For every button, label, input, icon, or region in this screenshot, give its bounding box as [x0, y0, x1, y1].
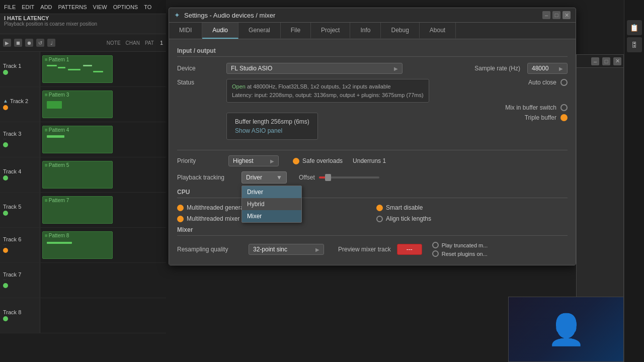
chevron-icon: ▶ [270, 158, 274, 164]
settings-content: Input / output Device FL Studio ASIO ▶ S… [169, 39, 576, 265]
mixer-button[interactable]: 🎛 [627, 37, 642, 52]
align-ticks-row: Align tick lengths [376, 215, 568, 222]
mix-buffer-radio[interactable] [560, 104, 568, 111]
track-5-label: Track 5 [0, 193, 40, 227]
table-row: Track 1 ≡ Pattern 1 [0, 52, 166, 87]
triple-buffer-radio[interactable] [560, 114, 568, 121]
track-6-label: Track 6 ··· [0, 228, 40, 262]
reset-plugins-radio[interactable] [432, 250, 439, 257]
tab-audio[interactable]: Audio [202, 23, 238, 39]
sample-rate-combo[interactable]: 48000 ▶ [527, 63, 568, 74]
tab-midi[interactable]: MIDI [169, 23, 202, 39]
settings-window: ✦ Settings - Audio devices / mixer – □ ✕… [169, 8, 576, 265]
tab-general[interactable]: General [238, 23, 281, 39]
metronome-button[interactable]: ♩ [47, 39, 55, 47]
safe-overloads-radio[interactable] [293, 158, 299, 164]
dropdown-item-hybrid[interactable]: Hybrid [242, 198, 301, 210]
menu-edit[interactable]: EDIT [22, 4, 34, 10]
buffer-box: Buffer length 256smp (6ms) Show ASIO pan… [226, 113, 318, 140]
chevron-right-icon: ▶ [559, 66, 563, 71]
channel-rack-button[interactable]: 📋 [627, 20, 642, 35]
pattern-block[interactable]: ≡ Pattern 7 [42, 196, 113, 224]
auto-close-radio[interactable] [560, 79, 568, 86]
track-3-knob[interactable] [3, 142, 8, 147]
minimize-button[interactable]: – [542, 11, 550, 19]
pattern-block[interactable]: ≡ Pattern 5 [42, 161, 113, 189]
status-detail: at 48000Hz, Float32LSB, 1x2 outputs, 1x2… [247, 83, 391, 89]
track-4-pattern: ≡ Pattern 5 [40, 157, 166, 192]
close-button[interactable]: ✕ [562, 11, 571, 19]
pattern-icon: ≡ [45, 233, 48, 238]
truncated-play-radio[interactable] [432, 242, 439, 248]
maximize-button[interactable]: □ [552, 11, 560, 19]
menu-to[interactable]: TO [144, 4, 151, 10]
track-1-pattern: ≡ Pattern 1 [40, 52, 166, 86]
track-7-pattern [40, 263, 166, 298]
pattern-block[interactable]: ≡ Pattern 4 [42, 126, 113, 153]
slider-thumb[interactable] [325, 174, 331, 181]
menu-patterns[interactable]: PATTERNS [58, 4, 87, 10]
resampling-combo[interactable]: 32-point sinc ▶ [249, 244, 324, 255]
device-combo[interactable]: FL Studio ASIO ▶ [226, 63, 403, 74]
multithreaded-mix-radio[interactable] [177, 216, 184, 222]
min-btn-2[interactable]: – [591, 57, 599, 65]
triple-buffer-label: Triple buffer [525, 114, 556, 121]
pattern-icon: ≡ [45, 57, 48, 62]
expand-icon[interactable]: ▲ [3, 98, 8, 104]
webcam-overlay: 👤 [508, 297, 624, 362]
align-ticks-radio[interactable] [376, 216, 383, 222]
show-asio-link[interactable]: Show ASIO panel [235, 127, 309, 134]
tracking-combo[interactable]: Driver ▼ [242, 171, 287, 184]
track-8-knob[interactable] [3, 316, 8, 321]
track-6-knob[interactable] [3, 248, 8, 253]
track-5-knob[interactable] [3, 211, 8, 216]
track-5-pattern: ≡ Pattern 7 [40, 193, 166, 227]
pattern-block[interactable]: ≡ Pattern 3 [42, 90, 113, 118]
settings-icon: ✦ [174, 11, 180, 19]
track-4-knob[interactable] [3, 175, 8, 180]
pattern-block[interactable]: ≡ Pattern 1 [42, 55, 113, 83]
safe-overloads-group: Safe overloads [293, 157, 343, 164]
play-button[interactable]: ▶ [3, 39, 11, 47]
offset-slider[interactable] [319, 176, 379, 178]
smart-disable-radio[interactable] [376, 205, 383, 211]
auto-close-row: Auto close [528, 79, 568, 86]
pattern-block[interactable]: ≡ Pattern 8 [42, 231, 113, 259]
tab-project[interactable]: Project [311, 23, 350, 39]
tab-about[interactable]: About [420, 23, 456, 39]
cpu-options-grid: Multithreaded generator processing Smart… [177, 204, 568, 222]
tab-file[interactable]: File [281, 23, 311, 39]
menu-file[interactable]: FILE [4, 4, 16, 10]
tab-info[interactable]: Info [350, 23, 381, 39]
preview-mixer-combo[interactable]: --- [397, 244, 422, 255]
multithreaded-gen-radio[interactable] [177, 205, 184, 211]
track-2-knob[interactable] [3, 105, 8, 110]
track-4-label: Track 4 [0, 157, 40, 192]
dropdown-item-driver[interactable]: Driver [242, 186, 301, 198]
buffer-length-text: Buffer length 256smp (6ms) [235, 118, 309, 125]
pattern-icon: ≡ [45, 92, 48, 98]
sample-rate-label: Sample rate (Hz) [474, 65, 520, 72]
tracking-combo-container: Driver ▼ Driver Hybrid Mixer [242, 171, 287, 184]
max-btn-2[interactable]: □ [602, 57, 610, 65]
track-2-pattern: ≡ Pattern 3 [40, 87, 166, 122]
priority-combo[interactable]: Highest ▶ [228, 155, 279, 166]
tab-debug[interactable]: Debug [381, 23, 419, 39]
table-row: Track 7 ··· [0, 263, 166, 298]
track-header: I HATE LATENCY Playback position is coar… [0, 14, 166, 34]
menu-options[interactable]: OPTIONS [113, 4, 138, 10]
close-btn-2[interactable]: ✕ [613, 57, 621, 65]
tracking-dropdown: Driver Hybrid Mixer [242, 186, 302, 223]
menu-view[interactable]: VIEW [93, 4, 107, 10]
record-button[interactable]: ⏺ [25, 39, 33, 47]
stop-button[interactable]: ⏹ [14, 39, 22, 47]
note-label: NOTE [107, 40, 121, 46]
status-latency: Latency: input: 2208smp, output: 3136smp… [232, 92, 424, 98]
dropdown-item-mixer[interactable]: Mixer [242, 210, 301, 222]
loop-button[interactable]: ↺ [36, 39, 44, 47]
track-7-knob[interactable] [3, 283, 8, 288]
status-box: Open at 48000Hz, Float32LSB, 1x2 outputs… [226, 79, 429, 103]
track-3-label: Track 3 ··· [0, 122, 40, 157]
menu-add[interactable]: ADD [40, 4, 52, 10]
track-1-knob[interactable] [3, 70, 8, 75]
